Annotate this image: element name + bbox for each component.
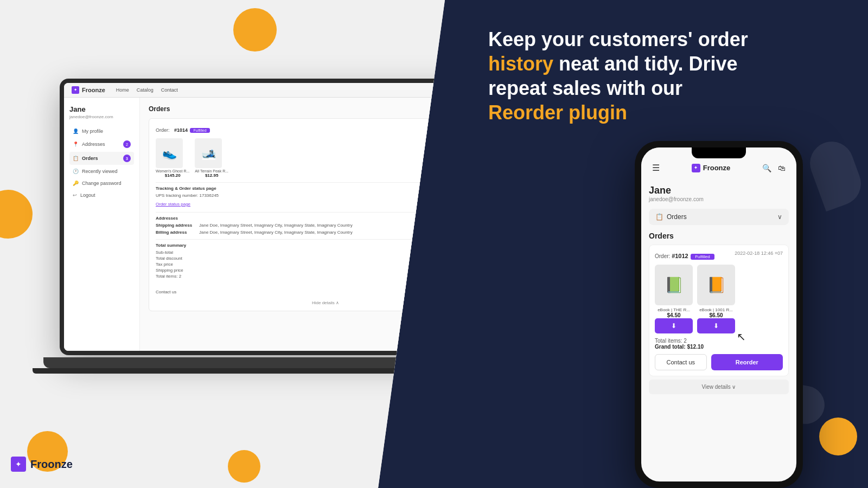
nav-link-contact[interactable]: Contact — [161, 87, 178, 93]
sidebar-item-orders[interactable]: 📋 Orders 3 — [69, 152, 134, 165]
phone-product-info-2: eBook | 1001 R... $6.50 — [697, 307, 735, 318]
phone-logo-icon: ✦ — [692, 164, 700, 172]
logo-icon: ✦ — [11, 457, 26, 472]
phone-product-emoji-1: 📗 — [665, 276, 684, 294]
orders-panel-title: Orders — [149, 105, 445, 113]
nav-link-catalog[interactable]: Catalog — [137, 87, 154, 93]
total-summary-section: Total summary Sub-total $158.15 Total di… — [156, 239, 445, 279]
product-thumb-1: 👟 — [156, 138, 183, 168]
phone-mockup: ☰ ✦ Froonze 🔍 🛍 Jane janedoe@froonze.com — [635, 141, 803, 488]
order-card: Order: #1014 Fulfilled 2022-02-18 13:00 … — [149, 118, 445, 311]
change-password-icon: 🔑 — [73, 181, 79, 186]
phone-content: Jane janedoe@froonze.com 📋 Orders ∨ Orde… — [641, 177, 796, 481]
hero-line1: Keep your customers' order — [488, 27, 825, 52]
contact-us-button[interactable]: Contact us — [156, 290, 176, 294]
tracking-ups: UPS tracking number: 17336245 — [156, 193, 445, 198]
orange-circle-right — [819, 418, 857, 455]
hide-details-button[interactable]: Hide details ∧ — [156, 300, 445, 305]
order-footer: Contact us Reorder ↖ — [156, 283, 445, 297]
phone-contact-button[interactable]: Contact us — [655, 354, 707, 370]
white-shape-top — [804, 136, 867, 211]
order-products: 👟 Women's Ghost R... $145.20 🎿 Al — [156, 138, 445, 178]
account-name: Jane — [69, 105, 134, 113]
phone-total-items: Total items: 2 — [655, 338, 687, 344]
recently-viewed-icon: 🕐 — [73, 169, 79, 174]
orange-circle-top — [233, 8, 277, 52]
sidebar-label-addresses: Addresses — [82, 142, 105, 147]
tracking-label: Tracking & Order status page — [156, 186, 445, 191]
hamburger-icon[interactable]: ☰ — [652, 163, 660, 173]
account-sidebar: Jane janedoe@froonze.com 👤 My profile 📍 … — [64, 98, 140, 351]
laptop-screen: ✦ Froonze Home Catalog Contact 🔍 👤 🛍 — [64, 83, 445, 351]
download-icon-1: ⬇ — [671, 322, 676, 330]
phone-order-date: 2022-02-18 12:46 +07 — [735, 251, 783, 256]
sidebar-item-profile[interactable]: 👤 My profile — [69, 126, 134, 137]
phone-user-name: Jane — [649, 185, 789, 196]
phone-frame: ☰ ✦ Froonze 🔍 🛍 Jane janedoe@froonze.com — [635, 141, 803, 488]
order-status-link[interactable]: Order status page — [156, 202, 190, 207]
product-thumb-2: 🎿 — [195, 138, 222, 168]
phone-product-1: 📗 eBook | THE R... $4.50 ⬇ — [655, 265, 693, 333]
laptop-base-foot — [33, 368, 445, 374]
shipping-label: Shipping price — [156, 268, 183, 273]
browser-logo: ✦ Froonze — [72, 86, 105, 94]
phone-order-id: #1012 — [672, 253, 688, 259]
phone-product-thumb-2: 📙 — [697, 265, 735, 305]
chevron-down-icon: ∨ — [732, 384, 736, 390]
phone-screen: ☰ ✦ Froonze 🔍 🛍 Jane janedoe@froonze.com — [641, 147, 796, 481]
product-price-1: $145.20 — [156, 173, 189, 178]
laptop-container: ✦ Froonze Home Catalog Contact 🔍 👤 🛍 — [60, 79, 445, 382]
sidebar-item-recently-viewed[interactable]: 🕐 Recently viewed — [69, 166, 134, 177]
phone-actions: Contact us Reorder — [655, 354, 783, 370]
nav-links: Home Catalog Contact — [116, 87, 178, 93]
phone-orders-title: Orders — [649, 232, 789, 240]
product-2: 🎿 All Terrain Peak R... $12.95 — [195, 138, 228, 178]
phone-orders-dropdown[interactable]: 📋 Orders ∨ — [649, 209, 789, 225]
order-label: Order: — [156, 127, 170, 133]
addresses-section-label: Addresses — [156, 216, 445, 221]
laptop-frame: ✦ Froonze Home Catalog Contact 🔍 👤 🛍 — [60, 79, 445, 355]
phone-nav-icons: 🔍 🛍 — [762, 164, 786, 172]
addresses-icon: 📍 — [73, 142, 79, 147]
phone-product-name-1: eBook | THE R... — [655, 307, 693, 312]
browser-logo-icon: ✦ — [72, 86, 79, 94]
phone-product-emoji-2: 📙 — [707, 276, 726, 294]
phone-products: 📗 eBook | THE R... $4.50 ⬇ — [655, 265, 783, 333]
product-name-2: All Terrain Peak R... — [195, 169, 228, 173]
phone-search-icon[interactable]: 🔍 — [762, 164, 771, 172]
account-email: janedoe@froonze.com — [69, 114, 134, 119]
sidebar-label-orders: Orders — [82, 156, 98, 161]
shipping-label: Shipping address — [156, 223, 199, 228]
billing-address-row: Billing address Jane Doe, Imaginary Stre… — [156, 230, 445, 235]
sidebar-item-addresses[interactable]: 📍 Addresses 2 — [69, 138, 134, 151]
billing-label: Billing address — [156, 230, 199, 235]
phone-grand-total-row: Grand total: $12.10 — [655, 344, 783, 350]
orange-circle-bottom-mid — [228, 450, 260, 483]
product-name-1: Women's Ghost R... — [156, 169, 189, 173]
hero-line2: history neat and tidy. Drive — [488, 52, 825, 76]
sidebar-item-change-password[interactable]: 🔑 Change password — [69, 178, 134, 189]
phone-reorder-button[interactable]: Reorder — [711, 354, 783, 370]
hero-line3: repeat sales with our — [488, 76, 825, 100]
nav-link-home[interactable]: Home — [116, 87, 129, 93]
phone-download-btn-1[interactable]: ⬇ — [655, 318, 693, 333]
sidebar-item-logout[interactable]: ↩ Logout — [69, 190, 134, 201]
phone-order-badge: Fulfilled — [691, 254, 714, 260]
download-icon-2: ⬇ — [713, 322, 719, 330]
sidebar-label-recently-viewed: Recently viewed — [82, 169, 118, 174]
hero-line4: Reorder plugin — [488, 100, 825, 125]
phone-user-email: janedoe@froonze.com — [649, 196, 789, 202]
phone-download-btn-2[interactable]: ⬇ ↖ — [697, 318, 735, 333]
billing-value: Jane Doe, Imaginary Street, Imaginary Ci… — [199, 230, 353, 235]
shipping-value: Jane Doe, Imaginary Street, Imaginary Ci… — [199, 223, 353, 228]
order-status-badge: Fulfilled — [190, 128, 209, 133]
phone-cart-icon[interactable]: 🛍 — [778, 164, 786, 172]
sidebar-label-profile: My profile — [82, 129, 103, 134]
phone-notch — [692, 147, 746, 158]
phone-nav-logo: ✦ Froonze — [692, 164, 731, 172]
hero-text: Keep your customers' order history neat … — [488, 27, 825, 125]
subtotal-label: Sub-total — [156, 250, 173, 255]
browser-logo-text: Froonze — [82, 87, 105, 93]
phone-view-details-button[interactable]: View details ∨ — [649, 380, 789, 394]
summary-label: Total summary — [156, 243, 445, 248]
